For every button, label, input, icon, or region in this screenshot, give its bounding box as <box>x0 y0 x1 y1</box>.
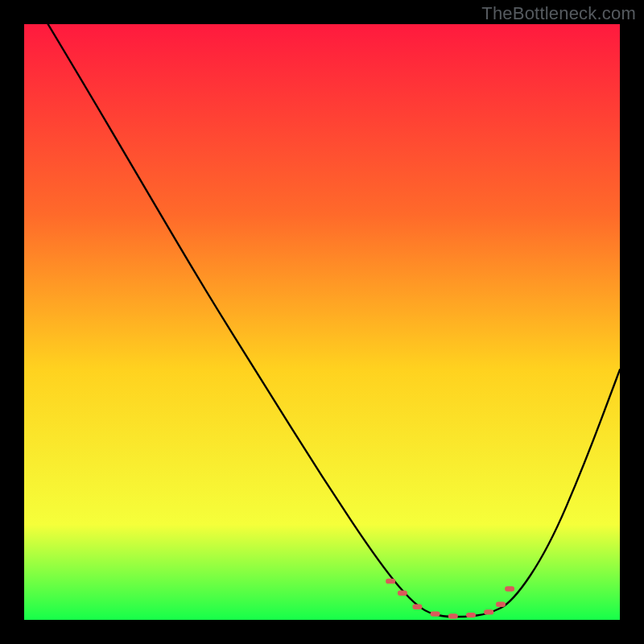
marker-dot <box>398 591 407 596</box>
marker-dot <box>466 613 476 617</box>
marker-dot <box>496 602 506 607</box>
plot-area <box>24 24 620 620</box>
marker-dot <box>386 579 395 584</box>
gradient-background <box>24 24 620 620</box>
chart-frame: TheBottleneck.com <box>0 0 644 644</box>
bottleneck-curve-chart <box>24 24 620 620</box>
marker-dot <box>448 613 458 618</box>
marker-dot <box>484 609 493 614</box>
watermark-text: TheBottleneck.com <box>481 3 636 24</box>
marker-dot <box>431 611 440 616</box>
marker-dot <box>505 586 514 591</box>
marker-dot <box>412 605 422 609</box>
